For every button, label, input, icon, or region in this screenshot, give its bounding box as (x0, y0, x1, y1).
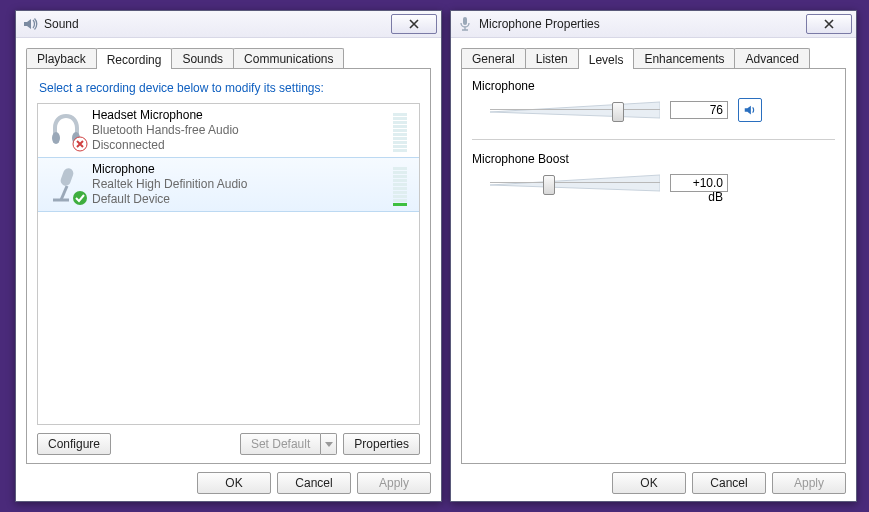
tab-general[interactable]: General (461, 48, 526, 68)
slider-thumb[interactable] (612, 102, 624, 122)
mute-toggle-button[interactable] (738, 98, 762, 122)
svg-marker-7 (490, 175, 660, 191)
tab-enhancements[interactable]: Enhancements (633, 48, 735, 68)
slider-fan-icon (490, 100, 660, 120)
mic-level-value: 76 (670, 101, 728, 119)
properties-button[interactable]: Properties (343, 433, 420, 455)
close-button[interactable] (391, 14, 437, 34)
set-default-dropdown[interactable] (321, 433, 337, 455)
mic-tabs: GeneralListenLevelsEnhancementsAdvanced (461, 46, 846, 68)
tab-listen[interactable]: Listen (525, 48, 579, 68)
level-meter (393, 162, 413, 206)
headset-icon (44, 108, 88, 152)
chevron-down-icon (325, 442, 333, 447)
pane-footer: Configure Set Default Properties (37, 433, 420, 455)
mic-titlebar[interactable]: Microphone Properties (451, 11, 856, 38)
tab-playback[interactable]: Playback (26, 48, 97, 68)
microphone-icon (457, 16, 473, 32)
cancel-button[interactable]: Cancel (277, 472, 351, 494)
slider-thumb[interactable] (543, 175, 555, 195)
close-icon (409, 19, 419, 29)
apply-button[interactable]: Apply (357, 472, 431, 494)
close-icon (824, 19, 834, 29)
speaker-on-icon (743, 103, 757, 117)
svg-rect-5 (463, 17, 467, 25)
configure-button[interactable]: Configure (37, 433, 111, 455)
set-default-button[interactable]: Set Default (240, 433, 321, 455)
microphone-stand-icon (44, 162, 88, 206)
mic-title: Microphone Properties (479, 17, 806, 31)
mic-boost-label: Microphone Boost (472, 152, 835, 166)
svg-point-0 (52, 132, 60, 144)
device-text: Headset MicrophoneBluetooth Hands-free A… (92, 108, 387, 153)
separator (472, 139, 835, 140)
apply-button[interactable]: Apply (772, 472, 846, 494)
device-item[interactable]: MicrophoneRealtek High Definition AudioD… (37, 157, 420, 212)
tab-advanced[interactable]: Advanced (734, 48, 809, 68)
levels-pane: Microphone 76 (461, 68, 846, 464)
ok-button[interactable]: OK (197, 472, 271, 494)
mic-level-label: Microphone (472, 79, 835, 93)
tab-levels[interactable]: Levels (578, 48, 635, 69)
sound-title: Sound (44, 17, 391, 31)
svg-marker-6 (490, 102, 660, 118)
sound-titlebar[interactable]: Sound (16, 11, 441, 38)
tab-recording[interactable]: Recording (96, 48, 173, 69)
instruction-text: Select a recording device below to modif… (39, 81, 418, 95)
mic-level-slider[interactable] (490, 97, 660, 123)
ok-button[interactable]: OK (612, 472, 686, 494)
speaker-icon (22, 16, 38, 32)
sound-dialog-footer: OK Cancel Apply (26, 464, 431, 494)
mic-boost-value: +10.0 dB (670, 174, 728, 192)
close-button[interactable] (806, 14, 852, 34)
slider-fan-icon (490, 173, 660, 193)
sound-tabs: PlaybackRecordingSoundsCommunications (26, 46, 431, 68)
cancel-button[interactable]: Cancel (692, 472, 766, 494)
mic-dialog-footer: OK Cancel Apply (461, 464, 846, 494)
mic-level-group: Microphone 76 (472, 79, 835, 123)
svg-rect-3 (59, 167, 75, 187)
mic-boost-slider[interactable] (490, 170, 660, 196)
svg-point-4 (73, 191, 87, 205)
device-item[interactable]: Headset MicrophoneBluetooth Hands-free A… (38, 104, 419, 158)
set-default-split-button[interactable]: Set Default (240, 433, 337, 455)
tab-communications[interactable]: Communications (233, 48, 344, 68)
sound-window: Sound PlaybackRecordingSoundsCommunicati… (15, 10, 442, 502)
recording-pane: Select a recording device below to modif… (26, 68, 431, 464)
device-list[interactable]: Headset MicrophoneBluetooth Hands-free A… (37, 103, 420, 425)
level-meter (393, 108, 413, 152)
tab-sounds[interactable]: Sounds (171, 48, 234, 68)
device-text: MicrophoneRealtek High Definition AudioD… (92, 162, 387, 207)
mic-boost-group: Microphone Boost +10.0 dB (472, 152, 835, 196)
mic-properties-window: Microphone Properties GeneralListenLevel… (450, 10, 857, 502)
